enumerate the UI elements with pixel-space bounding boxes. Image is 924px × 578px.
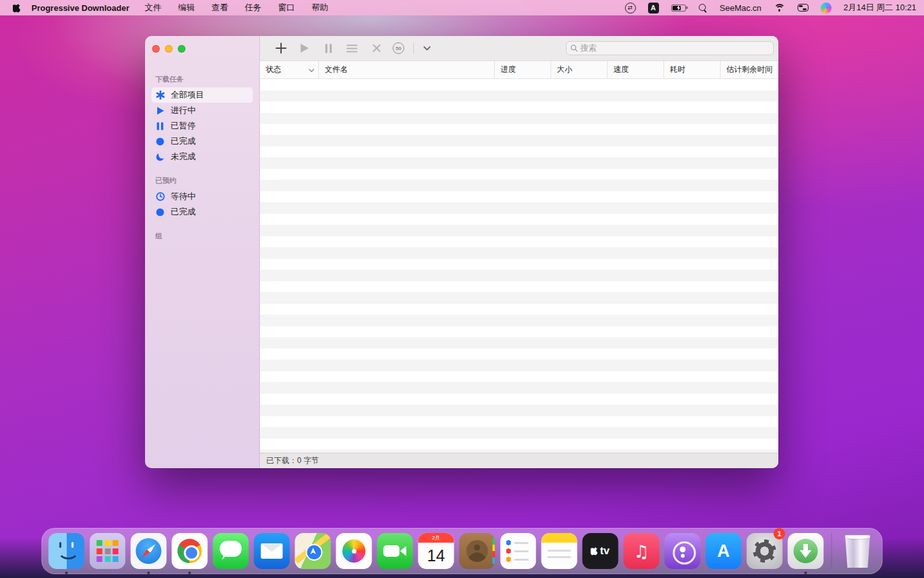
dock-item-finder[interactable] bbox=[49, 530, 85, 572]
column-header-progress[interactable]: 进度 bbox=[495, 61, 551, 78]
dock-item-calendar[interactable]: 2月 14 bbox=[418, 530, 454, 572]
dock-item-music[interactable]: ♫ bbox=[624, 530, 660, 572]
menu-window[interactable]: 窗口 bbox=[278, 2, 295, 13]
dock-item-podcasts[interactable] bbox=[665, 530, 701, 572]
window-sidebar: 下载任务 全部项目 进行中 已暂停 bbox=[145, 36, 260, 468]
sort-chevron-icon bbox=[309, 66, 314, 74]
column-header-size[interactable]: 大小 bbox=[551, 61, 608, 78]
sidebar-item-in-progress[interactable]: 进行中 bbox=[151, 103, 253, 118]
wifi-icon[interactable] bbox=[774, 4, 785, 12]
running-indicator bbox=[65, 572, 68, 574]
sidebar-item-label: 未完成 bbox=[171, 151, 196, 162]
dock-item-appletv[interactable]: tv bbox=[583, 530, 619, 572]
menu-help[interactable]: 帮助 bbox=[311, 2, 328, 13]
control-center-icon[interactable] bbox=[798, 4, 809, 12]
filled-circle-icon bbox=[155, 137, 165, 146]
dock-item-reminders[interactable] bbox=[501, 530, 536, 572]
apple-menu-icon[interactable] bbox=[13, 3, 22, 13]
menu-tasks[interactable]: 任务 bbox=[244, 2, 261, 13]
calendar-day-label: 14 bbox=[427, 543, 445, 569]
dock-item-appstore[interactable]: A bbox=[706, 530, 742, 572]
dock-item-messages[interactable] bbox=[213, 530, 249, 572]
column-header-status[interactable]: 状态 bbox=[260, 61, 319, 78]
column-header-speed[interactable]: 速度 bbox=[608, 61, 664, 78]
window-controls bbox=[145, 45, 259, 53]
sidebar-item-incomplete[interactable]: 未完成 bbox=[151, 149, 253, 164]
calendar-icon: 2月 14 bbox=[418, 533, 454, 569]
dock-item-mail[interactable] bbox=[254, 530, 290, 572]
task-list-button[interactable] bbox=[340, 40, 364, 57]
switch-control-icon[interactable]: ⇄ bbox=[625, 3, 636, 13]
sidebar-item-all-items[interactable]: 全部项目 bbox=[151, 87, 253, 103]
window-main: 50 状态 文件名 bbox=[260, 36, 778, 468]
dock-item-system-preferences[interactable]: 1 bbox=[747, 530, 783, 572]
sidebar-item-scheduled-completed[interactable]: 已完成 bbox=[151, 204, 253, 220]
menu-file[interactable]: 文件 bbox=[144, 2, 161, 13]
sidebar-item-label: 全部项目 bbox=[171, 89, 204, 101]
downloads-table-body[interactable] bbox=[260, 79, 778, 453]
maps-icon bbox=[295, 533, 331, 569]
add-download-button[interactable] bbox=[270, 40, 292, 57]
sidebar-section-groups: 组 bbox=[151, 231, 253, 241]
table-header: 状态 文件名 进度 大小 速度 耗时 估计剩余时间 bbox=[260, 61, 778, 79]
sidebar-item-label: 等待中 bbox=[171, 191, 196, 202]
speed-limit-badge: 50 bbox=[393, 42, 404, 54]
menubar-clock[interactable]: 2月14日 周二 10:21 bbox=[844, 2, 916, 13]
dock-item-contacts[interactable] bbox=[459, 530, 495, 572]
menu-view[interactable]: 查看 bbox=[211, 2, 228, 13]
start-download-button[interactable] bbox=[292, 40, 316, 57]
active-app-name[interactable]: Progressive Downloader bbox=[31, 3, 129, 13]
dock-separator bbox=[832, 533, 832, 569]
filled-circle-icon bbox=[155, 207, 165, 217]
dock-item-facetime[interactable] bbox=[377, 530, 413, 572]
reminders-icon bbox=[501, 533, 536, 569]
dock-item-launchpad[interactable] bbox=[90, 530, 126, 572]
column-header-filename[interactable]: 文件名 bbox=[319, 61, 495, 78]
mail-icon bbox=[254, 533, 290, 569]
dock-item-notes[interactable] bbox=[542, 530, 578, 572]
speed-limit-button[interactable]: 50 bbox=[389, 40, 408, 57]
music-note-glyph: ♫ bbox=[633, 541, 649, 561]
menu-edit[interactable]: 编辑 bbox=[178, 2, 194, 13]
progressive-downloader-icon bbox=[788, 533, 824, 569]
dock-item-maps[interactable] bbox=[295, 530, 331, 572]
dock-item-safari[interactable] bbox=[131, 530, 167, 572]
dock: 2月 14 tv ♫ A bbox=[42, 528, 883, 574]
close-window-button[interactable] bbox=[152, 45, 160, 53]
photos-icon bbox=[336, 533, 372, 569]
pause-download-button[interactable] bbox=[316, 40, 340, 57]
column-header-elapsed[interactable]: 耗时 bbox=[664, 61, 721, 78]
dock-item-trash[interactable] bbox=[840, 530, 876, 572]
appstore-icon: A bbox=[706, 533, 742, 569]
spotlight-search-icon[interactable] bbox=[698, 3, 708, 13]
dock-item-chrome[interactable] bbox=[172, 530, 208, 572]
app-window: 下载任务 全部项目 进行中 已暂停 bbox=[145, 36, 778, 468]
siri-icon[interactable] bbox=[821, 3, 832, 13]
dock-item-photos[interactable] bbox=[336, 530, 372, 572]
sidebar-item-waiting[interactable]: 等待中 bbox=[151, 189, 253, 204]
running-indicator bbox=[189, 572, 191, 574]
desktop-wallpaper[interactable]: Progressive Downloader 文件 编辑 查看 任务 窗口 帮助… bbox=[0, 0, 924, 578]
notification-badge: 1 bbox=[774, 528, 785, 539]
search-input[interactable] bbox=[580, 44, 769, 53]
music-icon: ♫ bbox=[624, 533, 660, 569]
hostname-status[interactable]: SeeMac.cn bbox=[720, 3, 762, 13]
remove-download-button[interactable] bbox=[364, 40, 389, 57]
battery-icon[interactable] bbox=[671, 4, 686, 12]
notes-icon bbox=[542, 533, 578, 569]
running-indicator bbox=[805, 572, 807, 574]
input-source-icon[interactable]: A bbox=[648, 3, 659, 13]
appletv-icon: tv bbox=[583, 533, 619, 569]
toolbar-chevron-button[interactable] bbox=[419, 40, 434, 57]
moon-icon bbox=[155, 152, 165, 162]
search-field[interactable] bbox=[566, 41, 774, 55]
zoom-window-button[interactable] bbox=[178, 45, 185, 53]
dock-item-progressive-downloader[interactable] bbox=[788, 530, 824, 572]
safari-icon bbox=[131, 533, 167, 569]
sidebar-item-paused[interactable]: 已暂停 bbox=[151, 118, 253, 134]
column-header-eta[interactable]: 估计剩余时间 bbox=[721, 61, 778, 78]
podcasts-icon bbox=[665, 533, 701, 569]
minimize-window-button[interactable] bbox=[165, 45, 173, 53]
sidebar-item-completed[interactable]: 已完成 bbox=[151, 134, 253, 149]
play-icon bbox=[155, 106, 165, 116]
